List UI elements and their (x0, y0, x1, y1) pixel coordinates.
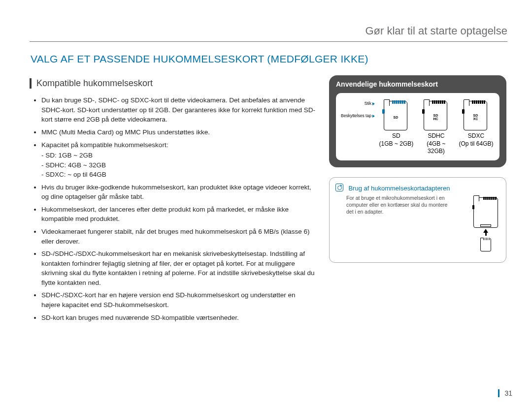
lock-tab-icon (382, 109, 385, 114)
hint-text: For at bruge et mikrohukommelseskort i e… (346, 194, 455, 216)
hint-title: Brug af hukommelseskortadapteren (348, 185, 450, 192)
pins-icon (392, 100, 405, 104)
card-name: SD (379, 132, 414, 140)
divider (30, 41, 507, 42)
running-head: Gør klar til at starte optagelse (30, 25, 507, 41)
pins-icon (472, 100, 485, 104)
page-number: 31 (498, 389, 512, 397)
bullet-list: Du kan bruge SD-, SDHC- og SDXC-kort til… (30, 95, 315, 322)
up-arrow-icon (483, 229, 488, 233)
sdxc-card-illustration: SD XC (464, 99, 488, 129)
label-lock: Beskyttelses tap (341, 113, 371, 118)
sd-card-illustration: SD (384, 99, 408, 129)
microsd-icon (480, 238, 491, 251)
lock-tab-icon (422, 109, 425, 114)
list-item: Kapacitet på kompatible hukommelseskort:… (41, 140, 315, 180)
card-range: (4GB ~ 32GB) (418, 140, 455, 156)
subheading-compatible: Kompatible hukommelseskort (30, 78, 315, 89)
list-item: SD-/SDHC-/SDXC-hukommelseskort har en me… (41, 249, 315, 287)
pins-icon (432, 100, 445, 104)
list-item: MMC (Multi Media Card) og MMC Plus under… (41, 127, 315, 137)
list-item: SD-kort kan bruges med nuværende SD-komp… (41, 313, 315, 323)
list-subitem: SDXC: ~ op til 64GB (41, 170, 315, 180)
label-pins: Stik (365, 101, 371, 106)
arrow-icon (372, 102, 375, 105)
card-name: SDHC (418, 132, 455, 140)
adapter-illustration (473, 197, 498, 251)
usable-cards-box: Anvendelige hukommelseskort Stik Beskytt… (329, 75, 506, 167)
list-subitem: SDHC: 4GB ~ 32GB (41, 160, 315, 170)
lock-tab-icon (462, 109, 465, 114)
arrow-icon (372, 115, 375, 118)
box-title: Anvendelige hukommelseskort (336, 80, 499, 88)
list-subitem: SD: 1GB ~ 2GB (41, 151, 315, 160)
sdhc-card-illustration: SD HC (424, 99, 448, 129)
adapter-hint-box: Brug af hukommelseskortadapteren For at … (329, 177, 506, 263)
list-item: Du kan bruge SD-, SDHC- og SDXC-kort til… (41, 95, 315, 125)
list-item: Hvis du bruger ikke-godkende hukommelses… (41, 183, 315, 202)
card-name: SDXC (459, 132, 493, 140)
list-item: Videokameraet fungerer stabilt, når det … (41, 227, 315, 246)
card-range: (1GB ~ 2GB) (379, 140, 414, 148)
list-item: SDHC-/SDXC-kort har en højere version en… (41, 290, 315, 310)
section-title: VALG AF ET PASSENDE HUKOMMELSESKORT (MED… (31, 53, 507, 65)
card-range: (Op til 64GB) (459, 140, 493, 148)
magnifier-icon (335, 184, 343, 191)
list-item: Hukommelseskort, der lanceres efter dett… (41, 205, 315, 224)
